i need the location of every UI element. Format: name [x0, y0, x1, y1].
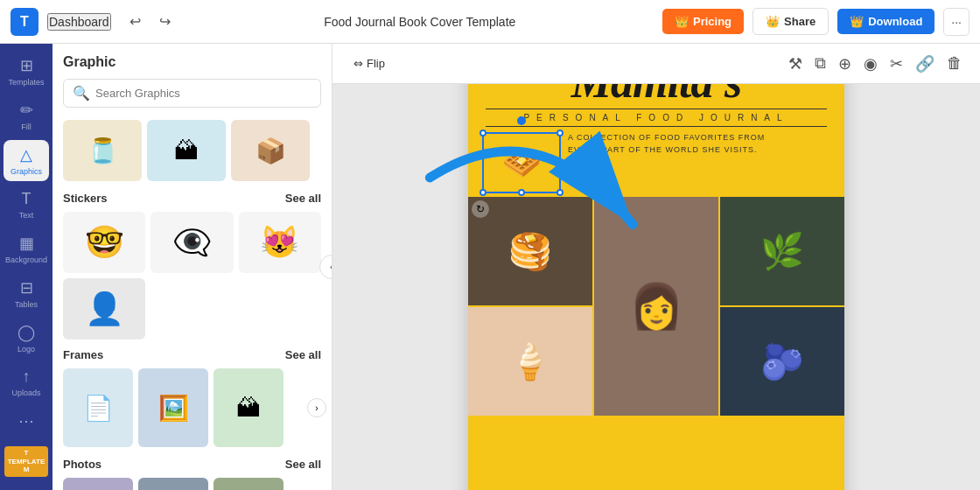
canvas-description-row: 🧇 A COLLECTION OF FOOD FAVORITES FROMEVE…	[468, 127, 844, 193]
more-options-button[interactable]: ···	[943, 8, 970, 36]
share-icon: 👑	[766, 15, 780, 28]
undo-button[interactable]: ↩	[123, 10, 148, 34]
graphic-item[interactable]: 📦	[231, 120, 310, 181]
group-button[interactable]: ⊕	[835, 51, 855, 77]
main-layout: ⊞ Templates ✏ Fill △ Graphics T Text ▦ B…	[0, 44, 980, 490]
frame-item-1[interactable]: 📄	[63, 368, 133, 447]
search-container: 🔍	[63, 79, 321, 108]
background-icon: ▦	[19, 234, 34, 253]
food-photo-3: 🌿	[760, 231, 804, 272]
handle-br[interactable]	[556, 189, 564, 196]
photos-see-all[interactable]: See all	[285, 458, 321, 471]
workspace: ⇔ Flip ⚒ ⧉ ⊕ ◉ ✂ 🔗 🗑 🥨 🍩 2036 2nd Editio…	[332, 44, 980, 490]
left-sidebar: ⊞ Templates ✏ Fill △ Graphics T Text ▦ B…	[0, 44, 52, 490]
opacity-button[interactable]: ◉	[860, 51, 881, 77]
canvas-subtitle-text: PERSONAL FOOD JOURNAL	[486, 108, 827, 127]
photo-cell-5[interactable]: 🫐	[720, 307, 844, 416]
photo-item-1[interactable]: 🌸	[63, 478, 133, 490]
fill-icon: ✏	[20, 101, 33, 120]
app-logo: T	[10, 8, 38, 36]
graphic-item[interactable]: 🏔	[147, 120, 226, 181]
sidebar-item-fill[interactable]: ✏ Fill	[4, 95, 49, 136]
photo-cell-2[interactable]: 👩	[594, 197, 718, 416]
sticker-item-3[interactable]: 😻	[239, 212, 321, 273]
frame-item-3[interactable]: 🏔	[214, 368, 284, 447]
panel-collapse-button[interactable]: ‹	[319, 255, 332, 279]
photo-item-3[interactable]: 🌿	[214, 478, 284, 490]
share-button[interactable]: 👑 Share	[752, 8, 829, 35]
sticker-item-4[interactable]: 👤	[63, 278, 145, 340]
dashboard-button[interactable]: Dashboard	[47, 13, 111, 31]
undo-redo-group: ↩ ↪	[123, 10, 178, 34]
photo-cell-4[interactable]: 🍦	[468, 307, 592, 416]
food-photo-2: 👩	[629, 281, 683, 332]
sidebar-item-tables[interactable]: ⊟ Tables	[4, 273, 49, 314]
pricing-button[interactable]: 👑 Pricing	[662, 9, 744, 34]
food-photo-1: 🥞	[508, 231, 552, 272]
sidebar-item-logo[interactable]: ◯ Logo	[4, 318, 49, 359]
sidebar-item-text[interactable]: T Text	[4, 185, 49, 225]
tables-icon: ⊟	[20, 278, 33, 298]
redo-button[interactable]: ↪	[153, 10, 178, 34]
design-canvas: 🥨 🍩 2036 2nd Edition Mamita's PERSONAL F…	[468, 84, 844, 490]
crop-button[interactable]: ✂	[886, 51, 906, 77]
frames-see-all[interactable]: See all	[285, 348, 321, 361]
sidebar-item-uploads[interactable]: ↑ Uploads	[4, 362, 49, 402]
stickers-see-all[interactable]: See all	[285, 192, 321, 205]
recent-graphics-row: 🫙 🏔 📦	[63, 120, 321, 181]
search-input[interactable]	[95, 87, 312, 100]
canvas-main-title: Mamita's	[468, 84, 844, 108]
uploads-icon: ↑	[23, 368, 31, 386]
selected-waffle-item[interactable]: 🧇	[482, 132, 561, 193]
graphics-icon: △	[20, 145, 32, 164]
handle-bl[interactable]	[480, 189, 486, 196]
sidebar-item-templates[interactable]: ⊞ Templates	[4, 51, 49, 92]
flip-icon: ⇔	[354, 57, 363, 70]
stickers-section-header: Stickers See all	[63, 192, 321, 205]
photo-cell-3[interactable]: 🌿	[720, 197, 844, 305]
link-button[interactable]: 🔗	[912, 51, 938, 77]
frames-next-button[interactable]: ›	[307, 398, 326, 417]
sidebar-item-graphics[interactable]: △ Graphics	[4, 140, 49, 181]
photo-cell-1[interactable]: 🥞 ↻	[468, 197, 592, 305]
more-icon: ⋯	[18, 411, 34, 430]
stickers-grid: 🤓 👁️‍🗨️ 😻 👤	[63, 212, 321, 340]
food-photo-4: 🍦	[508, 341, 552, 382]
rotate-handle[interactable]	[517, 116, 526, 125]
sticker-item-1[interactable]: 🤓	[63, 212, 145, 273]
brand-text: TTEMPLATEM	[8, 449, 46, 473]
flip-button[interactable]: ⇔ Flip	[346, 53, 392, 74]
crown-icon: 👑	[675, 15, 689, 28]
handle-tl[interactable]	[480, 130, 486, 136]
photos-row: 🌸 🌲 🌿 ›	[63, 478, 321, 490]
arrange-button[interactable]: ⚒	[785, 51, 806, 77]
photos-section-header: Photos See all	[63, 458, 321, 471]
download-button[interactable]: 👑 Download	[837, 9, 934, 34]
text-icon: T	[22, 190, 32, 208]
food-photo-5: 🫐	[760, 341, 804, 382]
delete-button[interactable]: 🗑	[943, 51, 966, 77]
frames-row: 📄 🖼️ 🏔 ›	[63, 368, 321, 447]
search-icon: 🔍	[73, 85, 90, 102]
logo-icon: ◯	[18, 323, 35, 342]
handle-bm[interactable]	[518, 189, 525, 196]
brand-logo: TTEMPLATEM	[1, 439, 52, 484]
canvas-description-text: A COLLECTION OF FOOD FAVORITES FROMEVERY…	[561, 132, 765, 156]
frames-section-header: Frames See all	[63, 348, 321, 361]
templates-icon: ⊞	[20, 56, 33, 75]
duplicate-button[interactable]: ⧉	[811, 51, 830, 77]
rotate-icon-overlay: ↻	[472, 200, 489, 218]
frame-item-2[interactable]: 🖼️	[138, 368, 208, 447]
sticker-item-2[interactable]: 👁️‍🗨️	[150, 212, 233, 273]
sidebar-item-more[interactable]: ⋯	[4, 406, 49, 436]
handle-tr[interactable]	[556, 130, 564, 136]
waffle-emoji: 🧇	[502, 144, 542, 181]
sidebar-item-background[interactable]: ▦ Background	[4, 228, 49, 270]
graphic-item[interactable]: 🫙	[63, 120, 142, 181]
toolbar-right-actions: ⚒ ⧉ ⊕ ◉ ✂ 🔗 🗑	[785, 51, 966, 77]
photo-grid: 🥞 ↻ 👩 🌿 🍦 🫐	[468, 197, 844, 416]
object-toolbar: ⇔ Flip ⚒ ⧉ ⊕ ◉ ✂ 🔗 🗑	[332, 44, 980, 84]
graphics-panel: Graphic 🔍 🫙 🏔 📦 Stickers See all 🤓 👁️‍🗨️…	[52, 44, 332, 490]
photo-item-2[interactable]: 🌲	[138, 478, 208, 490]
download-icon: 👑	[850, 15, 864, 28]
